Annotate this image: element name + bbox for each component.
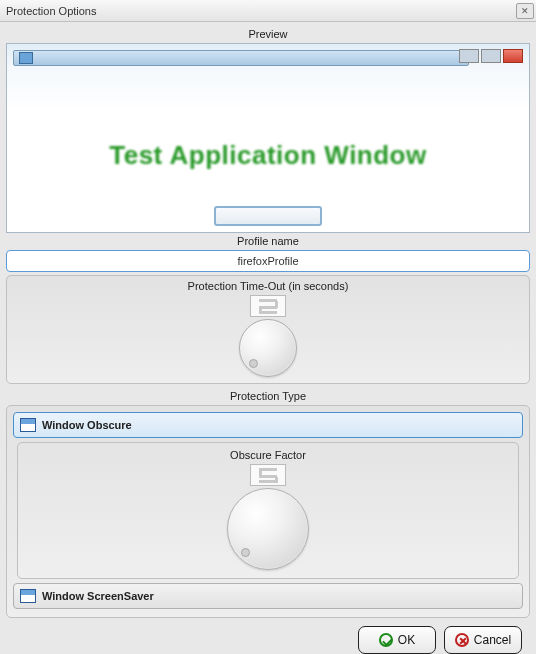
protection-type-window-obscure[interactable]: Window Obscure (13, 412, 523, 438)
timeout-panel: Protection Time-Out (in seconds) (6, 275, 530, 384)
protection-type-panel: Window Obscure Obscure Factor Window Scr… (6, 405, 530, 618)
obscure-factor-panel: Obscure Factor (17, 442, 519, 579)
protection-type-label: Protection Type (6, 390, 530, 402)
ok-button-label: OK (398, 633, 415, 647)
cancel-button[interactable]: Cancel (444, 626, 522, 654)
ok-button[interactable]: OK (358, 626, 436, 654)
ok-icon (379, 633, 393, 647)
profile-name-input[interactable] (6, 250, 530, 272)
titlebar: Protection Options ✕ (0, 0, 536, 22)
window-icon (20, 589, 36, 603)
preview-label: Preview (6, 28, 530, 40)
protection-type-window-screensaver[interactable]: Window ScreenSaver (13, 583, 523, 609)
obscure-display (250, 464, 286, 486)
obscure-knob[interactable] (227, 488, 309, 570)
cancel-button-label: Cancel (474, 633, 511, 647)
dialog-button-row: OK Cancel (6, 618, 530, 654)
window-title: Protection Options (6, 5, 97, 17)
window-icon (20, 418, 36, 432)
timeout-display (250, 295, 286, 317)
close-icon[interactable]: ✕ (516, 3, 534, 19)
protection-type-option-label: Window ScreenSaver (42, 590, 154, 602)
profile-name-label: Profile name (6, 235, 530, 247)
preview-window-icon (19, 52, 33, 64)
preview-button (214, 206, 322, 226)
protection-type-option-label: Window Obscure (42, 419, 132, 431)
preview-window-titlebar (13, 50, 469, 66)
timeout-knob[interactable] (239, 319, 297, 377)
preview-pane: Test Application Window (6, 43, 530, 233)
cancel-icon (455, 633, 469, 647)
preview-app-title: Test Application Window (7, 140, 529, 171)
preview-window-buttons (459, 49, 523, 63)
obscure-factor-label: Obscure Factor (18, 449, 518, 461)
timeout-label: Protection Time-Out (in seconds) (7, 280, 529, 292)
